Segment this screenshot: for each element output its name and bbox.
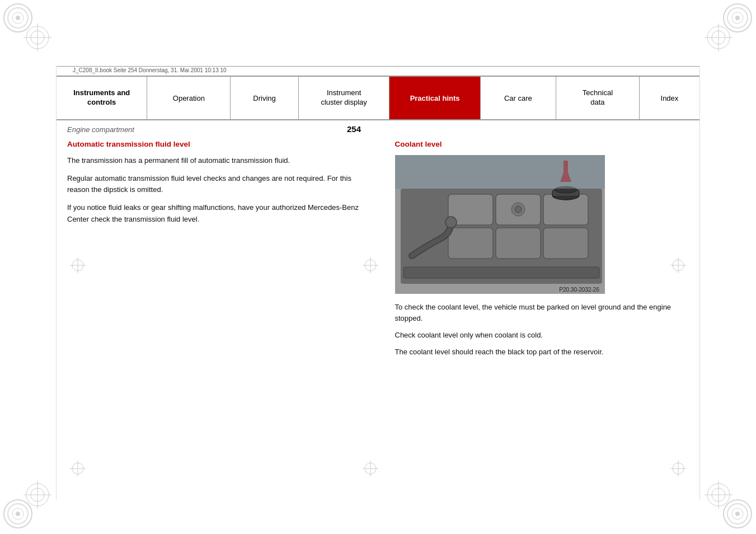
- left-column: Automatic transmission fluid level The t…: [56, 140, 373, 364]
- crosshair-mc: [363, 257, 378, 275]
- tab-instruments[interactable]: Instruments and controls: [57, 77, 147, 119]
- right-para-1: To check the coolant level, the vehicle …: [395, 302, 701, 324]
- right-para-3: The coolant level should reach the black…: [395, 346, 701, 358]
- right-para-2: Check coolant level only when coolant is…: [395, 330, 701, 341]
- svg-rect-7: [448, 228, 493, 259]
- svg-rect-16: [403, 267, 599, 278]
- svg-text:P20.30-2032-26: P20.30-2032-26: [559, 287, 599, 293]
- section-title: Engine compartment: [67, 125, 134, 134]
- crosshair-bml: [70, 461, 86, 478]
- crosshair-mr: [670, 257, 686, 275]
- crosshair-bmc: [363, 461, 378, 478]
- main-content: Automatic transmission fluid level The t…: [56, 140, 700, 364]
- tab-operation[interactable]: Operation: [147, 77, 231, 119]
- svg-point-60: [735, 16, 740, 20]
- left-heading: Automatic transmission fluid level: [67, 140, 373, 148]
- right-column: Coolant level: [395, 140, 701, 364]
- crosshair-ml: [70, 257, 86, 275]
- svg-rect-17: [395, 155, 605, 189]
- nav-bottom-line: [56, 120, 700, 120]
- page-number: 254: [347, 124, 361, 134]
- right-heading: Coolant level: [395, 140, 701, 148]
- deco-bl-large: [3, 499, 34, 531]
- svg-point-68: [735, 512, 740, 516]
- svg-rect-5: [496, 228, 541, 259]
- coolant-image: P20.30-2032-26: [395, 155, 605, 294]
- tab-index[interactable]: Index: [640, 77, 699, 119]
- tab-practical-hints[interactable]: Practical hints: [389, 77, 480, 119]
- left-vline: [56, 66, 57, 500]
- tab-driving[interactable]: Driving: [231, 77, 299, 119]
- right-vline: [699, 66, 700, 500]
- left-para-1: The transmission has a permanent fill of…: [67, 155, 373, 166]
- deco-tr-large: [722, 3, 753, 35]
- svg-point-64: [16, 512, 20, 516]
- svg-point-15: [515, 206, 522, 213]
- section-header: Engine compartment 254: [56, 124, 700, 134]
- top-line: [56, 66, 700, 67]
- left-para-3: If you notice fluid leaks or gear shifti…: [67, 202, 373, 224]
- tab-car-care[interactable]: Car care: [481, 77, 556, 119]
- svg-rect-6: [543, 228, 588, 259]
- file-info: J_C208_II.book Seite 254 Donnerstag, 31.…: [73, 67, 227, 73]
- nav-tabs: Instruments and controls Operation Drivi…: [56, 76, 700, 120]
- tab-instrument-cluster[interactable]: Instrumentcluster display: [299, 77, 389, 119]
- crosshair-bmr: [670, 461, 686, 478]
- tab-technical-data[interactable]: Technicaldata: [556, 77, 640, 119]
- coolant-svg: P20.30-2032-26: [395, 155, 605, 294]
- svg-point-13: [445, 217, 457, 228]
- left-para-2: Regular automatic transmission fluid lev…: [67, 173, 373, 195]
- deco-tl-large: [3, 3, 34, 35]
- svg-point-56: [16, 16, 20, 20]
- deco-br-large: [722, 499, 753, 531]
